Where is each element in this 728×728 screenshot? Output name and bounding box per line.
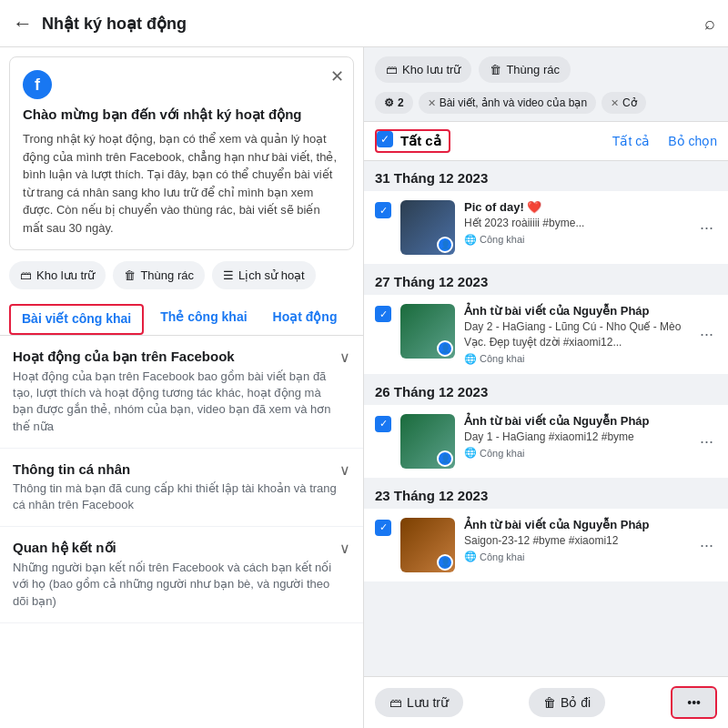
select-all-box: ✓ Tất cả <box>375 129 450 153</box>
right-archive-icon: 🗃 <box>386 63 398 76</box>
chevron-down-icon-3: ∨ <box>339 540 350 557</box>
filter-chip-bai-viet[interactable]: ✕ Bài viết, ảnh và video của bạn <box>419 92 596 114</box>
post-privacy-3: 🌐 Công khai <box>464 447 687 459</box>
main-content: f ✕ Chào mừng bạn đến với nhật ký hoạt đ… <box>0 47 728 728</box>
section-hoat-dong-title: Hoạt động của bạn trên Facebook <box>13 349 339 365</box>
trash-icon: 🗑 <box>124 268 136 282</box>
avatar-badge-2: 👤 <box>437 340 453 357</box>
post-checkbox-1[interactable]: ✓ <box>375 202 391 218</box>
section-hoat-dong-header[interactable]: Hoạt động của bạn trên Facebook Hoạt độn… <box>13 349 350 444</box>
right-trash-icon: 🗑 <box>490 63 501 76</box>
bottom-bar: 🗃 Lưu trữ 🗑 Bỏ đi ••• <box>364 676 728 728</box>
post-item-1: ✓ 👤 Pic of day! ❤️ Hết 2023 roàiiiii #by… <box>364 191 728 265</box>
filter-count-chip[interactable]: ⚙ 2 <box>375 92 413 114</box>
date-label-1: 31 Tháng 12 2023 <box>364 161 728 191</box>
left-panel: f ✕ Chào mừng bạn đến với nhật ký hoạt đ… <box>0 47 364 728</box>
post-content-1: Pic of day! ❤️ Hết 2023 roàiiiii #byme..… <box>464 200 687 246</box>
post-title-2: Ảnh từ bài viết của Nguyễn Pháp <box>464 304 687 318</box>
date-label-3: 26 Tháng 12 2023 <box>364 375 728 405</box>
post-title-4: Ảnh từ bài viết của Nguyễn Pháp <box>464 518 687 531</box>
post-content-4: Ảnh từ bài viết của Nguyễn Pháp Saigon-2… <box>464 518 687 563</box>
back-button[interactable]: ← <box>13 12 33 35</box>
right-panel: 🗃 Kho lưu trữ 🗑 Thùng rác ⚙ 2 ✕ Bài viết… <box>364 47 728 728</box>
right-kho-luu-tru-button[interactable]: 🗃 Kho lưu trữ <box>375 56 471 83</box>
section-thong-tin-title: Thông tin cá nhân <box>13 461 339 477</box>
filter-count: 2 <box>398 96 404 109</box>
post-more-button-3[interactable]: ··· <box>696 433 717 450</box>
all-button[interactable]: Tất cả <box>612 134 650 148</box>
welcome-description: Trong nhật ký hoạt động, bạn có thể xem … <box>23 130 340 237</box>
filter-x-icon: ✕ <box>428 97 436 109</box>
avatar-badge-1: 👤 <box>437 237 453 253</box>
select-all-row: ✓ Tất cả Tất cả Bỏ chọn <box>364 121 728 161</box>
post-text-1: Hết 2023 roàiiiii #byme... <box>464 216 687 231</box>
post-item-3: ✓ 👤 Ảnh từ bài viết của Nguyễn Pháp Day … <box>364 405 728 479</box>
filter-chip-co-label: Cở <box>622 96 637 109</box>
post-thumbnail-4: 👤 <box>400 518 455 572</box>
post-text-2: Day 2 - HaGiang - Lũng Cú - Nho Quế - Mè… <box>464 319 687 350</box>
post-privacy-1: 🌐 Công khai <box>464 234 687 246</box>
date-group-4: 23 Tháng 12 2023 ✓ 👤 Ảnh từ bài viết của… <box>364 479 728 582</box>
post-checkbox-2[interactable]: ✓ <box>375 306 391 322</box>
post-text-4: Saigon-23-12 #byme #xiaomi12 <box>464 533 687 549</box>
thung-rac-label: Thùng rác <box>140 268 194 282</box>
right-top-bar: 🗃 Kho lưu trữ 🗑 Thùng rác <box>364 47 728 92</box>
deselect-button[interactable]: Bỏ chọn <box>668 134 717 148</box>
section-quan-he: Quan hệ kết nối Những người bạn kết nối … <box>0 527 363 623</box>
post-checkbox-3[interactable]: ✓ <box>375 416 391 432</box>
section-quan-he-title: Quan hệ kết nối <box>13 540 339 556</box>
post-thumbnail-1: 👤 <box>400 200 455 255</box>
right-thung-rac-label: Thùng rác <box>506 63 560 76</box>
trash-bottom-icon: 🗑 <box>543 695 556 710</box>
section-quan-he-desc: Những người bạn kết nối trên Facebook và… <box>13 560 339 619</box>
post-title-3: Ảnh từ bài viết của Nguyễn Pháp <box>464 414 687 428</box>
section-hoat-dong: Hoạt động của bạn trên Facebook Hoạt độn… <box>0 336 363 449</box>
more-options-button[interactable]: ••• <box>671 686 717 719</box>
date-group-2: 27 Tháng 12 2023 ✓ 👤 Ảnh từ bài viết của… <box>364 265 728 375</box>
welcome-notice: f ✕ Chào mừng bạn đến với nhật ký hoạt đ… <box>9 56 354 250</box>
list-icon: ☰ <box>223 268 234 282</box>
post-privacy-2: 🌐 Công khai <box>464 353 687 365</box>
luu-tru-bottom-button[interactable]: 🗃 Lưu trữ <box>375 688 463 717</box>
chevron-down-icon: ∨ <box>339 349 350 366</box>
avatar-badge-4: 👤 <box>437 554 453 571</box>
post-privacy-4: 🌐 Công khai <box>464 551 687 562</box>
three-dots-icon: ••• <box>687 695 701 710</box>
tab-bai-viet-cong-khai[interactable]: Bài viết công khai <box>9 304 144 335</box>
filter-chip-label: Bài viết, ảnh và video của bạn <box>440 96 587 109</box>
welcome-title: Chào mừng bạn đến với nhật ký hoạt động <box>23 106 340 123</box>
bo-di-label: Bỏ đi <box>561 695 591 710</box>
post-more-button-1[interactable]: ··· <box>696 219 717 236</box>
tab-hoat-dong[interactable]: Hoạt động <box>260 300 350 335</box>
section-thong-tin-header[interactable]: Thông tin cá nhân Thông tin mà bạn đã cu… <box>13 461 350 522</box>
tab-the-cong-khai[interactable]: Thẻ công khai <box>147 300 259 335</box>
post-checkbox-4[interactable]: ✓ <box>375 520 391 536</box>
tat-ca-label: Tất cả <box>393 131 449 151</box>
globe-icon-1: 🌐 <box>464 234 477 246</box>
post-content-2: Ảnh từ bài viết của Nguyễn Pháp Day 2 - … <box>464 304 687 365</box>
post-more-button-2[interactable]: ··· <box>696 326 717 342</box>
right-thung-rac-button[interactable]: 🗑 Thùng rác <box>479 56 571 83</box>
post-more-button-4[interactable]: ··· <box>696 537 717 553</box>
select-all-checkbox[interactable]: ✓ <box>377 131 393 147</box>
date-label-2: 27 Tháng 12 2023 <box>364 265 728 295</box>
post-item-4: ✓ 👤 Ảnh từ bài viết của Nguyễn Pháp Saig… <box>364 509 728 582</box>
search-icon[interactable]: ⌕ <box>704 13 715 34</box>
kho-luu-tru-label: Kho lưu trữ <box>36 268 95 282</box>
post-content-3: Ảnh từ bài viết của Nguyễn Pháp Day 1 - … <box>464 414 687 460</box>
post-item-2: ✓ 👤 Ảnh từ bài viết của Nguyễn Pháp Day … <box>364 295 728 375</box>
filter-row: ⚙ 2 ✕ Bài viết, ảnh và video của bạn ✕ C… <box>364 92 728 121</box>
globe-icon-3: 🌐 <box>464 447 477 459</box>
filter-chip-co[interactable]: ✕ Cở <box>602 92 646 114</box>
bo-di-button[interactable]: 🗑 Bỏ đi <box>529 688 605 717</box>
thung-rac-button[interactable]: 🗑 Thùng rác <box>113 261 205 289</box>
posts-scroll[interactable]: 31 Tháng 12 2023 ✓ 👤 Pic of day! ❤️ Hết … <box>364 161 728 676</box>
kho-luu-tru-button[interactable]: 🗃 Kho lưu trữ <box>9 261 106 289</box>
archive-icon: 🗃 <box>20 268 32 282</box>
avatar-badge-3: 👤 <box>437 450 453 467</box>
right-kho-luu-tru-label: Kho lưu trữ <box>402 63 460 76</box>
section-quan-he-header[interactable]: Quan hệ kết nối Những người bạn kết nối … <box>13 540 350 619</box>
lich-su-button[interactable]: ☰ Lịch sử hoạt <box>212 261 316 289</box>
section-hoat-dong-desc: Hoạt động của bạn trên Facebook bao gồm … <box>13 369 339 444</box>
close-notice-button[interactable]: ✕ <box>330 66 344 86</box>
